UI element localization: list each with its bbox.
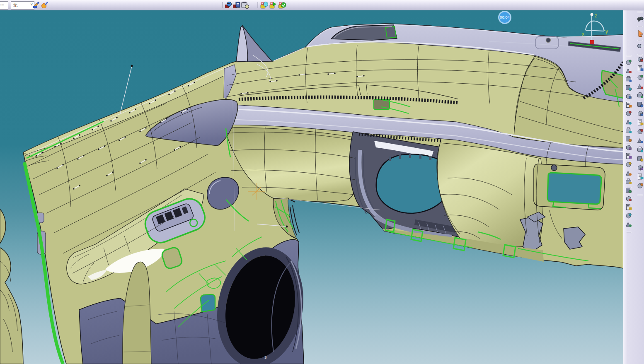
svg-text:x: x — [582, 31, 584, 37]
svg-text:s: s — [264, 354, 267, 359]
svg-text:z: z — [595, 13, 597, 19]
svg-text:y: y — [605, 29, 608, 34]
